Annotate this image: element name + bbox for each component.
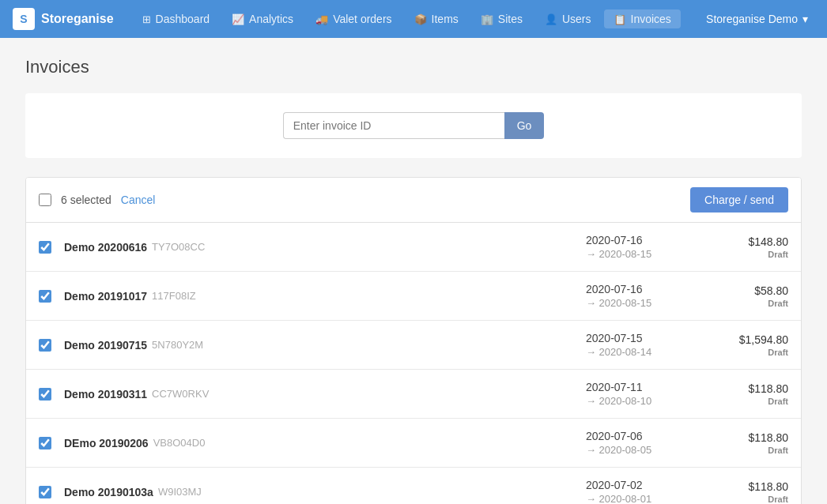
- dashboard-icon: ⊞: [142, 13, 151, 25]
- row-checkbox-3[interactable]: [39, 388, 51, 401]
- invoice-dates-3: 2020-07-11 → 2020-08-10: [586, 381, 697, 407]
- nav-analytics[interactable]: 📈 Analytics: [222, 9, 303, 28]
- nav-links: ⊞ Dashboard 📈 Analytics 🚚 Valet orders 📦…: [133, 9, 700, 28]
- invoice-status-4: Draft: [709, 446, 788, 455]
- users-icon: 👤: [545, 13, 557, 25]
- chevron-down-icon: ▾: [802, 13, 808, 25]
- search-form: Go: [283, 112, 545, 139]
- sites-icon: 🏢: [481, 13, 493, 25]
- invoice-dates-2: 2020-07-15 → 2020-08-14: [586, 332, 697, 358]
- table-row: Demo 20191017 117F08IZ 2020-07-16 → 2020…: [26, 272, 801, 321]
- date-from-5: 2020-07-02: [586, 479, 697, 491]
- nav-dashboard[interactable]: ⊞ Dashboard: [133, 9, 220, 28]
- nav-sites[interactable]: 🏢 Sites: [471, 9, 532, 28]
- items-icon: 📦: [414, 13, 427, 25]
- invoice-amount-area-2: $1,594.80 Draft: [709, 333, 788, 357]
- brand-logo-link[interactable]: S Storeganise: [13, 8, 114, 30]
- valet-icon: 🚚: [315, 13, 328, 25]
- date-to-3: → 2020-08-10: [586, 395, 697, 407]
- nav-users[interactable]: 👤 Users: [535, 9, 601, 28]
- invoice-dates-4: 2020-07-06 → 2020-08-05: [586, 430, 697, 456]
- master-checkbox[interactable]: [39, 194, 51, 206]
- nav-invoices[interactable]: 📋 Invoices: [604, 9, 681, 28]
- table-row: Demo 20200616 TY7O08CC 2020-07-16 → 2020…: [26, 223, 801, 272]
- date-to-2: → 2020-08-14: [586, 346, 697, 358]
- invoice-name-5: Demo 20190103a: [64, 486, 153, 498]
- invoice-code-1: 117F08IZ: [152, 290, 196, 302]
- invoice-code-4: VB8O04D0: [153, 437, 206, 449]
- invoice-info-4: DEmo 20190206 VB8O04D0: [64, 437, 573, 449]
- brand-name: Storeganise: [41, 12, 114, 26]
- invoice-dates-0: 2020-07-16 → 2020-08-15: [586, 234, 697, 260]
- user-label: Storeganise Demo: [706, 13, 798, 25]
- date-from-3: 2020-07-11: [586, 381, 697, 393]
- date-from-0: 2020-07-16: [586, 234, 697, 246]
- invoice-amount-1: $58.80: [709, 284, 788, 297]
- date-to-5: → 2020-08-01: [586, 493, 697, 504]
- table-row: Demo 20190715 5N780Y2M 2020-07-15 → 2020…: [26, 321, 801, 370]
- date-to-4: → 2020-08-05: [586, 444, 697, 456]
- invoice-amount-area-1: $58.80 Draft: [709, 284, 788, 308]
- date-from-4: 2020-07-06: [586, 430, 697, 442]
- invoice-name-2: Demo 20190715: [64, 339, 147, 352]
- invoice-info-1: Demo 20191017 117F08IZ: [64, 290, 573, 303]
- invoice-amount-0: $148.80: [709, 235, 788, 248]
- row-checkbox-4[interactable]: [39, 437, 51, 449]
- search-input[interactable]: [283, 112, 504, 139]
- invoice-status-0: Draft: [709, 250, 788, 259]
- invoice-amount-area-3: $118.80 Draft: [709, 382, 788, 406]
- invoices-icon: 📋: [614, 13, 626, 25]
- date-to-0: → 2020-08-15: [586, 248, 697, 260]
- table-row: Demo 20190311 CC7W0RKV 2020-07-11 → 2020…: [26, 370, 801, 419]
- invoice-status-5: Draft: [709, 495, 788, 504]
- invoice-info-0: Demo 20200616 TY7O08CC: [64, 241, 573, 254]
- invoice-status-3: Draft: [709, 397, 788, 406]
- row-checkbox-1[interactable]: [39, 290, 51, 303]
- brand-logo-icon: S: [13, 8, 35, 30]
- row-checkbox-2[interactable]: [39, 339, 51, 352]
- selected-count: 6 selected: [61, 194, 111, 206]
- go-button[interactable]: Go: [504, 112, 545, 139]
- navbar: S Storeganise ⊞ Dashboard 📈 Analytics 🚚 …: [0, 0, 827, 38]
- invoice-amount-2: $1,594.80: [709, 333, 788, 346]
- invoice-amount-5: $118.80: [709, 480, 788, 493]
- invoice-name-0: Demo 20200616: [64, 241, 147, 254]
- invoice-amount-3: $118.80: [709, 382, 788, 395]
- invoice-amount-area-0: $148.80 Draft: [709, 235, 788, 259]
- page-content: Invoices Go 6 selected Cancel Charge / s…: [0, 38, 827, 504]
- invoice-code-0: TY7O08CC: [152, 241, 205, 253]
- invoice-code-5: W9I03MJ: [158, 486, 202, 498]
- nav-valet-orders[interactable]: 🚚 Valet orders: [306, 9, 401, 28]
- invoice-list: Demo 20200616 TY7O08CC 2020-07-16 → 2020…: [26, 223, 801, 504]
- invoice-amount-4: $118.80: [709, 431, 788, 444]
- invoice-name-3: Demo 20190311: [64, 388, 147, 401]
- invoice-status-2: Draft: [709, 348, 788, 357]
- invoice-code-2: 5N780Y2M: [152, 339, 203, 351]
- invoice-dates-5: 2020-07-02 → 2020-08-01: [586, 479, 697, 504]
- date-to-1: → 2020-08-15: [586, 297, 697, 309]
- nav-items[interactable]: 📦 Items: [405, 9, 468, 28]
- invoice-dates-1: 2020-07-16 → 2020-08-15: [586, 283, 697, 309]
- cancel-link[interactable]: Cancel: [121, 194, 156, 206]
- invoice-amount-area-4: $118.80 Draft: [709, 431, 788, 455]
- date-from-1: 2020-07-16: [586, 283, 697, 295]
- date-from-2: 2020-07-15: [586, 332, 697, 344]
- row-checkbox-5[interactable]: [39, 486, 51, 498]
- invoice-amount-area-5: $118.80 Draft: [709, 480, 788, 504]
- toolbar-left: 6 selected Cancel: [39, 194, 690, 206]
- invoice-info-2: Demo 20190715 5N780Y2M: [64, 339, 573, 352]
- user-menu[interactable]: Storeganise Demo ▾: [700, 9, 814, 28]
- row-checkbox-0[interactable]: [39, 241, 51, 254]
- page-title: Invoices: [25, 57, 802, 77]
- analytics-icon: 📈: [232, 13, 244, 25]
- invoice-code-3: CC7W0RKV: [152, 388, 209, 400]
- search-area: Go: [25, 93, 802, 158]
- invoice-name-4: DEmo 20190206: [64, 437, 149, 449]
- invoice-info-5: Demo 20190103a W9I03MJ: [64, 486, 573, 498]
- invoice-status-1: Draft: [709, 299, 788, 308]
- table-row: Demo 20190103a W9I03MJ 2020-07-02 → 2020…: [26, 468, 801, 504]
- invoice-info-3: Demo 20190311 CC7W0RKV: [64, 388, 573, 401]
- charge-send-button[interactable]: Charge / send: [690, 187, 788, 213]
- invoice-name-1: Demo 20191017: [64, 290, 147, 303]
- invoices-table: 6 selected Cancel Charge / send Demo 202…: [25, 177, 802, 504]
